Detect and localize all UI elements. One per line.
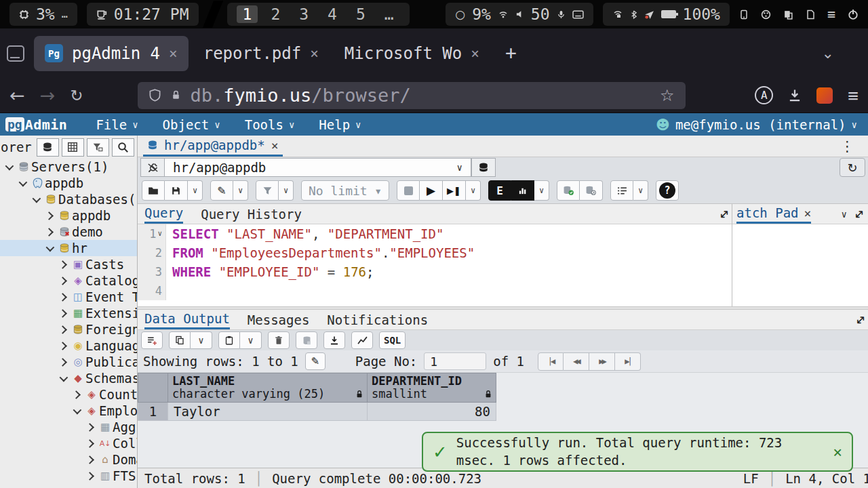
row-number-cell[interactable]: 1 <box>138 403 168 421</box>
files-icon[interactable] <box>806 9 815 20</box>
workspace-2[interactable]: 2 <box>264 5 286 23</box>
paste-button[interactable] <box>218 331 240 349</box>
browser-tab-3[interactable]: Microsoft Wo× <box>334 36 490 71</box>
tab-close-icon[interactable]: × <box>169 45 178 62</box>
workspace-…[interactable]: … <box>378 5 400 23</box>
expand-chevron[interactable] <box>58 260 67 269</box>
sql-editor[interactable]: 1∨SELECT "LAST_NAME", "DEPARTMENT_ID"2FR… <box>138 224 732 306</box>
tree-item-publica[interactable]: ◎Publica <box>0 354 137 370</box>
explain-analyze-button[interactable] <box>511 180 534 201</box>
expand-chevron[interactable] <box>58 293 67 302</box>
tab-data-output[interactable]: Data Output <box>144 310 230 329</box>
save-file-button[interactable] <box>165 180 188 201</box>
tab-close-icon[interactable]: × <box>471 45 479 62</box>
tree-item-databases[interactable]: Databases( <box>0 191 137 207</box>
next-page-button[interactable]: ▶▶ <box>589 352 615 371</box>
tree-item-foreign[interactable]: Foreign <box>0 321 137 338</box>
tab-messages[interactable]: Messages <box>248 310 310 329</box>
collapse-chevron[interactable] <box>33 194 41 203</box>
new-connection-button[interactable] <box>471 158 496 177</box>
address-bar[interactable]: db.fymio.us/browser/ ☆ <box>138 82 686 109</box>
connection-select[interactable]: hr/app@appdb ∨ <box>165 158 471 177</box>
bookmark-star-icon[interactable]: ☆ <box>660 86 675 105</box>
code-line-1[interactable]: 1∨SELECT "LAST_NAME", "DEPARTMENT_ID" <box>138 224 732 243</box>
tree-item-appdb[interactable]: appdb <box>0 207 137 224</box>
account-extension-icon[interactable]: A <box>755 86 773 104</box>
code-line-4[interactable]: 4 <box>138 281 732 300</box>
shield-icon[interactable] <box>149 88 161 102</box>
audio-device-icon[interactable] <box>739 9 749 20</box>
column-header-department_id[interactable]: DEPARTMENT_IDsmallint <box>368 373 496 403</box>
code-line-2[interactable]: 2FROM "EmployeesDepartments"."EMPLOYEES" <box>138 243 732 262</box>
delete-row-button[interactable] <box>268 331 290 349</box>
save-options-chevron[interactable]: ∨ <box>188 180 203 201</box>
cpu-module[interactable]: 3% … <box>9 3 77 26</box>
filter-button[interactable] <box>256 180 279 201</box>
data-cell[interactable]: Taylor <box>168 403 368 421</box>
data-cell[interactable]: 80 <box>368 403 496 421</box>
reload-button[interactable]: ↻ <box>70 87 83 104</box>
connection-status-button[interactable] <box>140 158 165 177</box>
expand-chevron[interactable] <box>58 309 67 318</box>
cancel-query-button[interactable] <box>397 180 420 201</box>
save-data-button[interactable] <box>296 331 317 349</box>
menu-hamburger-icon[interactable]: ≡ <box>848 85 859 106</box>
tree-item-hr[interactable]: hr <box>0 240 137 256</box>
rollback-button[interactable] <box>580 180 603 201</box>
column-header-last_name[interactable]: LAST_NAMEcharacter varying (25) <box>168 373 368 403</box>
macros-chevron[interactable]: ∨ <box>633 180 648 201</box>
last-page-button[interactable]: ▶| <box>615 352 641 371</box>
expand-chevron[interactable] <box>72 390 81 399</box>
workspace-3[interactable]: 3 <box>293 5 315 23</box>
network-battery-module[interactable]: 100% <box>603 3 730 26</box>
open-file-button[interactable] <box>142 180 165 201</box>
grid-view-button[interactable] <box>62 138 84 157</box>
tree-item-colla[interactable]: A↓Colla <box>0 435 137 451</box>
browser-tab-1[interactable]: PgpgAdmin 4× <box>34 36 189 71</box>
connect-server-button[interactable] <box>37 138 59 157</box>
download-button[interactable] <box>323 331 345 349</box>
query-tool-tab[interactable]: hr/app@appdb* × <box>143 136 283 157</box>
list-all-tabs-icon[interactable]: ⌄ <box>822 45 861 62</box>
paste-chevron[interactable]: ∨ <box>240 331 262 349</box>
expand-chevron[interactable] <box>45 211 54 220</box>
tree-item-schemas[interactable]: ◆Schemas <box>0 370 137 386</box>
clock-module[interactable]: 01:27 PM <box>87 3 199 26</box>
expand-chevron[interactable] <box>58 358 67 367</box>
tree-item-casts[interactable]: ▣Casts <box>0 256 137 272</box>
macros-button[interactable] <box>610 180 633 201</box>
copy-button[interactable] <box>169 331 191 349</box>
tree-item-demo[interactable]: demo <box>0 224 137 240</box>
collapse-chevron[interactable] <box>19 178 28 186</box>
tree-item-domai[interactable]: ⌂Domai <box>0 451 137 468</box>
panel-kebab-menu[interactable]: ⋮ <box>840 138 863 155</box>
workspace-1[interactable]: 1 <box>237 5 258 23</box>
menu-file[interactable]: File∨ <box>96 117 138 132</box>
expand-chevron[interactable] <box>85 455 94 464</box>
user-account-menu[interactable]: ☻ me@fymio.us (internal) ∨ <box>656 117 863 133</box>
tab-query-history[interactable]: Query History <box>201 204 302 224</box>
tree-item-extensio[interactable]: ▦Extensio <box>0 305 137 321</box>
tree-item-aggre[interactable]: ▦Aggre <box>0 419 137 435</box>
filter-options-chevron[interactable]: ∨ <box>279 180 294 201</box>
page-number-input[interactable] <box>424 352 486 370</box>
workspace-5[interactable]: 5 <box>350 5 372 23</box>
copy-chevron[interactable]: ∨ <box>191 331 212 349</box>
tray-menu-icon[interactable]: ≡ <box>827 6 835 22</box>
data-output-grid[interactable]: LAST_NAMEcharacter varying (25)DEPARTMEN… <box>138 373 497 421</box>
tree-item-servers-1[interactable]: Servers(1) <box>0 159 137 175</box>
close-scratch-pad-icon[interactable]: × <box>804 206 812 220</box>
execute-chevron[interactable]: ∨ <box>466 180 481 201</box>
extension-icon[interactable] <box>816 87 833 104</box>
palette-icon[interactable] <box>761 9 771 20</box>
execute-options-button[interactable]: ▶❚ <box>443 180 466 201</box>
commit-button[interactable] <box>557 180 580 201</box>
workspace-4[interactable]: 4 <box>321 5 343 23</box>
edit-range-button[interactable]: ✎ <box>305 352 326 370</box>
status-module[interactable]: ○ 9% 50 <box>446 3 593 26</box>
firefox-view-icon[interactable] <box>7 45 24 62</box>
row-limit-select[interactable]: No limit▾ <box>301 180 389 201</box>
first-page-button[interactable]: |◀ <box>538 352 564 371</box>
explain-chevron[interactable]: ∨ <box>534 180 549 201</box>
tab-notifications[interactable]: Notifications <box>327 310 428 329</box>
